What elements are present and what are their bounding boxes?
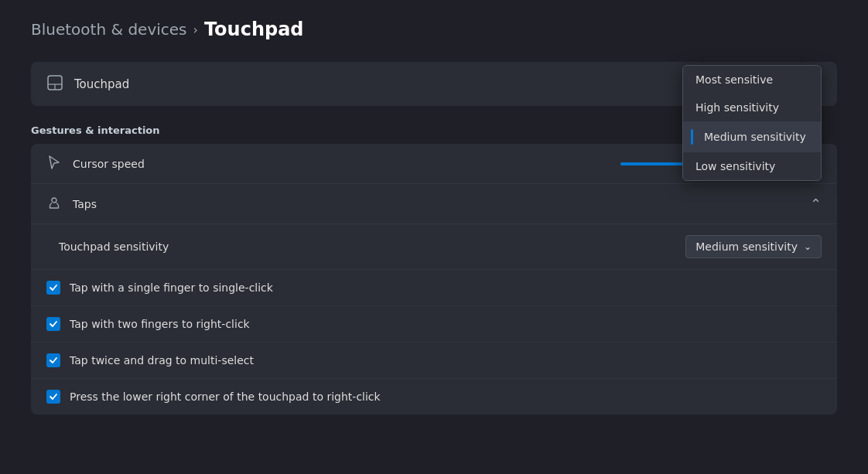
breadcrumb-current: Touchpad <box>204 19 304 40</box>
breadcrumb-parent[interactable]: Bluetooth & devices <box>31 20 187 39</box>
checkbox-label-0: Tap with a single finger to single-click <box>70 281 273 294</box>
selected-indicator <box>691 129 693 145</box>
touchpad-sensitivity-label: Touchpad sensitivity <box>59 240 685 253</box>
taps-icon <box>46 195 62 213</box>
checkbox-row-1: Tap with two fingers to right-click <box>31 306 837 343</box>
checkbox-label-2: Tap twice and drag to multi-select <box>70 354 254 367</box>
touchpad-icon <box>46 74 63 94</box>
taps-row: Taps ⌃ <box>31 184 837 224</box>
touchpad-card-left: Touchpad <box>46 74 129 94</box>
checkbox-label-1: Tap with two fingers to right-click <box>70 318 250 330</box>
svg-point-3 <box>52 198 56 203</box>
option-label: Low sensitivity <box>695 160 775 172</box>
gestures-card: Cursor speed Taps ⌃ <box>31 144 837 414</box>
checkbox-label-3: Press the lower right corner of the touc… <box>70 390 381 403</box>
cursor-speed-label: Cursor speed <box>73 158 447 170</box>
checkbox-0[interactable] <box>46 281 60 295</box>
checkbox-1[interactable] <box>46 317 60 331</box>
dropdown-chevron-icon: ⌄ <box>804 241 812 252</box>
sensitivity-dropdown-menu: Most sensitive High sensitivity Medium s… <box>682 65 822 181</box>
checkbox-2[interactable] <box>46 353 60 367</box>
option-medium-sensitivity[interactable]: Medium sensitivity <box>683 121 821 152</box>
checkbox-row-2: Tap twice and drag to multi-select <box>31 343 837 379</box>
checkbox-row-3: Press the lower right corner of the touc… <box>31 379 837 414</box>
breadcrumb: Bluetooth & devices › Touchpad <box>31 19 837 40</box>
breadcrumb-separator: › <box>193 22 198 37</box>
option-label: High sensitivity <box>695 101 779 114</box>
sensitivity-selected-value: Medium sensitivity <box>695 240 798 253</box>
option-label: Most sensitive <box>695 73 773 86</box>
option-high-sensitivity[interactable]: High sensitivity <box>683 94 821 121</box>
option-label: Medium sensitivity <box>704 131 806 143</box>
checkbox-row-0: Tap with a single finger to single-click <box>31 270 837 306</box>
sensitivity-dropdown-wrapper: Medium sensitivity ⌄ Most sensitive High… <box>685 235 822 258</box>
option-most-sensitive[interactable]: Most sensitive <box>683 66 821 94</box>
taps-row-left: Taps <box>46 195 97 213</box>
checkbox-3[interactable] <box>46 390 60 404</box>
chevron-up-icon[interactable]: ⌃ <box>810 196 822 212</box>
option-low-sensitivity[interactable]: Low sensitivity <box>683 152 821 180</box>
sensitivity-dropdown[interactable]: Medium sensitivity ⌄ <box>685 235 822 258</box>
settings-page: Bluetooth & devices › Touchpad Touchpad … <box>0 0 868 433</box>
touchpad-label: Touchpad <box>74 77 129 91</box>
taps-label: Taps <box>73 198 97 210</box>
cursor-icon <box>46 155 62 172</box>
touchpad-sensitivity-row: Touchpad sensitivity Medium sensitivity … <box>31 224 837 270</box>
